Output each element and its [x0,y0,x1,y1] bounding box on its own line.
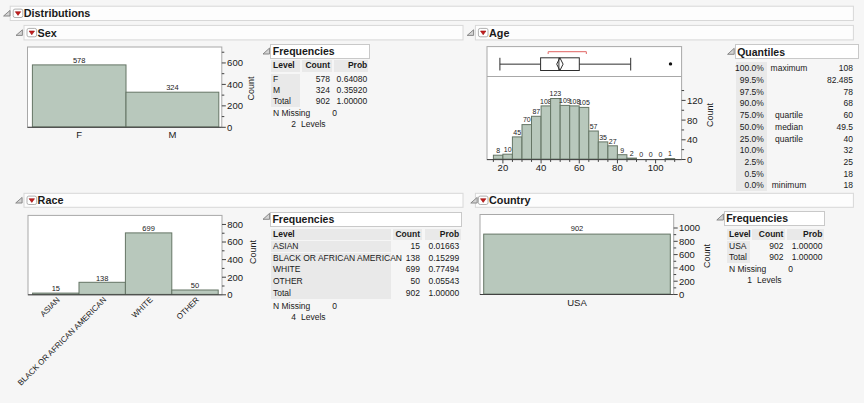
svg-text:600: 600 [227,57,243,68]
svg-text:87: 87 [532,108,540,115]
svg-text:Age: Age [489,27,509,39]
svg-text:27: 27 [609,138,617,145]
svg-text:40: 40 [687,134,698,145]
svg-text:0: 0 [227,289,232,300]
svg-text:699: 699 [142,224,155,233]
svg-text:200: 200 [227,272,243,283]
svg-text:800: 800 [227,219,243,230]
svg-text:578: 578 [73,56,86,65]
svg-text:15: 15 [52,284,60,293]
svg-text:M: M [168,129,176,140]
svg-text:WHITE: WHITE [130,295,155,320]
svg-text:2: 2 [630,150,634,157]
svg-text:Count: Count [248,240,258,265]
svg-text:0: 0 [687,154,692,165]
svg-text:10: 10 [504,146,512,153]
svg-text:40: 40 [536,162,547,173]
svg-text:57: 57 [590,123,598,130]
svg-text:108: 108 [540,98,552,105]
svg-text:120: 120 [687,95,703,106]
svg-text:50: 50 [191,281,199,290]
svg-text:1000: 1000 [679,222,700,233]
svg-text:45: 45 [513,129,521,136]
svg-text:Count: Count [246,76,256,101]
svg-text:200: 200 [227,100,243,111]
svg-text:400: 400 [227,254,243,265]
svg-text:80: 80 [612,162,623,173]
svg-text:0: 0 [658,151,662,158]
svg-text:Count: Count [702,244,712,269]
svg-text:400: 400 [679,262,695,273]
svg-text:60: 60 [574,162,585,173]
svg-text:Sex: Sex [38,27,57,39]
svg-text:0: 0 [679,289,684,300]
svg-text:0: 0 [639,151,643,158]
svg-text:1: 1 [668,150,672,157]
svg-text:OTHER: OTHER [175,295,201,321]
svg-text:0: 0 [227,122,232,133]
svg-text:902: 902 [571,224,584,233]
svg-text:Distributions: Distributions [24,7,91,19]
svg-text:600: 600 [679,249,695,260]
svg-text:105: 105 [578,99,590,106]
svg-text:324: 324 [166,83,179,92]
svg-text:Race: Race [38,194,64,206]
svg-text:35: 35 [599,134,607,141]
svg-text:80: 80 [687,115,698,126]
svg-text:ASIAN: ASIAN [38,295,61,318]
svg-text:0: 0 [649,151,653,158]
svg-text:800: 800 [679,236,695,247]
svg-text:8: 8 [496,147,500,154]
svg-text:400: 400 [227,79,243,90]
svg-text:F: F [76,129,82,140]
svg-text:BLACK OR AFRICAN AMERICAN: BLACK OR AFRICAN AMERICAN [16,295,108,387]
svg-text:USA: USA [567,297,587,308]
svg-text:Country: Country [489,194,530,206]
svg-text:70: 70 [523,116,531,123]
svg-text:9: 9 [620,147,624,154]
svg-text:600: 600 [227,236,243,247]
svg-text:100: 100 [648,162,664,173]
svg-text:138: 138 [96,274,109,283]
svg-text:20: 20 [498,162,509,173]
